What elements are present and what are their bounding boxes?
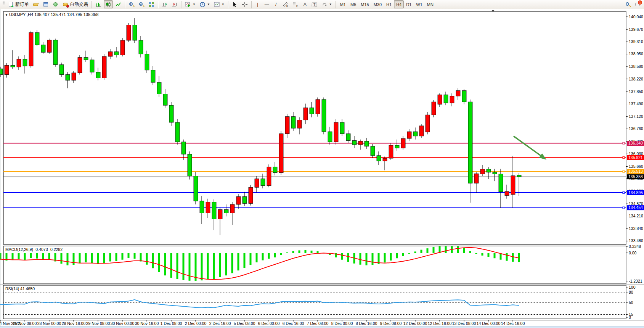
hline-icon: —: [265, 2, 269, 7]
timeframe-m30-button[interactable]: M30: [371, 0, 384, 8]
market-watch-button[interactable]: [31, 0, 40, 8]
time-axis-label: 6 Dec 00:00: [258, 321, 280, 326]
separator: [228, 1, 228, 8]
periods-button[interactable]: ▼: [198, 0, 212, 8]
navigator-button[interactable]: [41, 0, 50, 8]
rsi-panel-border: [3, 285, 626, 319]
toolbar-grip[interactable]: [3, 1, 5, 8]
signal-icon: [53, 2, 59, 8]
svg-text:135.513: 135.513: [628, 169, 643, 174]
chart-shift-icon: [172, 2, 178, 8]
cursor-icon: [232, 2, 238, 8]
zoom-in-button[interactable]: +: [127, 0, 136, 8]
macd-panel-border: [3, 246, 626, 284]
svg-text:T: T: [313, 3, 316, 6]
vline-icon: |: [257, 2, 258, 7]
cursor-button[interactable]: [230, 0, 239, 8]
timeframe-m1-button[interactable]: M1: [338, 0, 348, 8]
autotrade-button[interactable]: 自动交易: [61, 0, 90, 8]
svg-text:135.921: 135.921: [628, 155, 643, 160]
autoscroll-button[interactable]: [160, 0, 169, 8]
channel-tool-button[interactable]: E: [281, 0, 290, 8]
notifications-button[interactable]: 1: [633, 0, 642, 8]
timeframe-mn-button[interactable]: MN: [425, 0, 436, 8]
vline-tool-button[interactable]: |: [254, 0, 262, 8]
line-chart-button[interactable]: [114, 0, 123, 8]
svg-text:134.895: 134.895: [628, 190, 643, 195]
chevron-down-icon: ▼: [329, 3, 332, 6]
chevron-down-icon: ▼: [222, 3, 225, 6]
fibonacci-tool-button[interactable]: F: [291, 0, 300, 8]
svg-text:135.358: 135.358: [628, 174, 643, 179]
price-level-badge: 136.340: [627, 141, 644, 146]
notification-badge: 1: [638, 0, 642, 5]
svg-text:134.210: 134.210: [629, 214, 643, 218]
navigator-icon: [43, 2, 49, 8]
svg-text:139.670: 139.670: [629, 27, 643, 32]
templates-button[interactable]: ▼: [212, 0, 226, 8]
arrows-icon: [321, 2, 328, 8]
main-toolbar: + 新订单 自动交易 + − ▼: [0, 0, 644, 9]
timeframe-m15-button[interactable]: M15: [358, 0, 371, 8]
svg-text:139.310: 139.310: [629, 39, 643, 44]
svg-text:0.3348: 0.3348: [629, 244, 641, 249]
svg-text:-1.2321: -1.2321: [629, 279, 642, 283]
trendline-icon: /: [275, 2, 276, 7]
time-axis-label: 12 Dec 00:00: [403, 321, 427, 326]
candle-chart-button[interactable]: [104, 0, 113, 8]
svg-text:136.760: 136.760: [629, 126, 643, 131]
svg-text:134.454: 134.454: [628, 205, 643, 210]
svg-text:138.950: 138.950: [629, 51, 643, 56]
svg-text:0.00: 0.00: [629, 251, 637, 255]
text-tool-button[interactable]: A: [301, 0, 309, 8]
time-axis-label: 2 Dec 00:00: [185, 321, 207, 326]
timeframe-h1-button[interactable]: H1: [384, 0, 394, 8]
new-order-button[interactable]: + 新订单: [6, 0, 31, 8]
chart-shift-button[interactable]: [170, 0, 179, 8]
svg-text:E: E: [286, 5, 288, 7]
time-axis-label: 14 Dec 00:00: [477, 321, 501, 326]
svg-text:80: 80: [629, 290, 633, 294]
price-chart[interactable]: 140.040139.670139.310138.950138.580138.2…: [0, 9, 644, 326]
svg-text:135.660: 135.660: [629, 164, 643, 169]
crosshair-button[interactable]: [240, 0, 249, 8]
trendline-tool-button[interactable]: /: [272, 0, 280, 8]
search-button[interactable]: [623, 0, 633, 8]
time-axis-label: 5 Dec 08:00: [234, 321, 255, 326]
time-axis-label: 8 Dec 16:00: [356, 321, 377, 326]
time-axis-label: 13 Dec 08:00: [452, 321, 476, 326]
time-axis-label: 8 Dec 00:00: [331, 321, 353, 326]
main-panel-border: [3, 11, 626, 244]
svg-text:136.340: 136.340: [628, 141, 643, 145]
timeframe-h4-button[interactable]: H4: [394, 0, 404, 8]
separator: [125, 1, 125, 8]
channel-icon: E: [283, 2, 289, 8]
hline-tool-button[interactable]: —: [263, 0, 271, 8]
timeframe-d1-button[interactable]: D1: [404, 0, 414, 8]
timeframe-w1-button[interactable]: W1: [414, 0, 425, 8]
candle-chart-icon: [105, 2, 111, 8]
zoom-in-icon: +: [128, 2, 135, 8]
indicators-icon: [185, 2, 191, 8]
timeframe-m5-button[interactable]: M5: [348, 0, 358, 8]
line-chart-icon: [115, 2, 121, 8]
bar-chart-button[interactable]: [94, 0, 103, 8]
chevron-down-icon: ▼: [193, 3, 196, 6]
search-icon: [625, 2, 631, 8]
indicators-button[interactable]: ▼: [183, 0, 197, 8]
svg-text:133.840: 133.840: [629, 226, 643, 231]
tile-windows-icon: [148, 2, 154, 8]
price-level-badge: 135.513: [627, 169, 644, 174]
chart-window: 140.040139.670139.310138.950138.580138.2…: [0, 9, 644, 328]
zoom-out-button[interactable]: −: [137, 0, 146, 8]
time-axis-label: 6 Dec 16:00: [283, 321, 304, 326]
label-tool-button[interactable]: T: [310, 0, 319, 8]
crosshair-icon: [242, 2, 248, 8]
arrows-tool-button[interactable]: ▼: [320, 0, 334, 8]
svg-text:137.850: 137.850: [629, 89, 643, 94]
chat-bubble-icon: 1: [635, 2, 641, 8]
terminal-button[interactable]: [51, 0, 60, 8]
svg-text:0: 0: [629, 315, 631, 320]
tile-windows-button[interactable]: [147, 0, 156, 8]
svg-text:137.120: 137.120: [629, 114, 643, 119]
